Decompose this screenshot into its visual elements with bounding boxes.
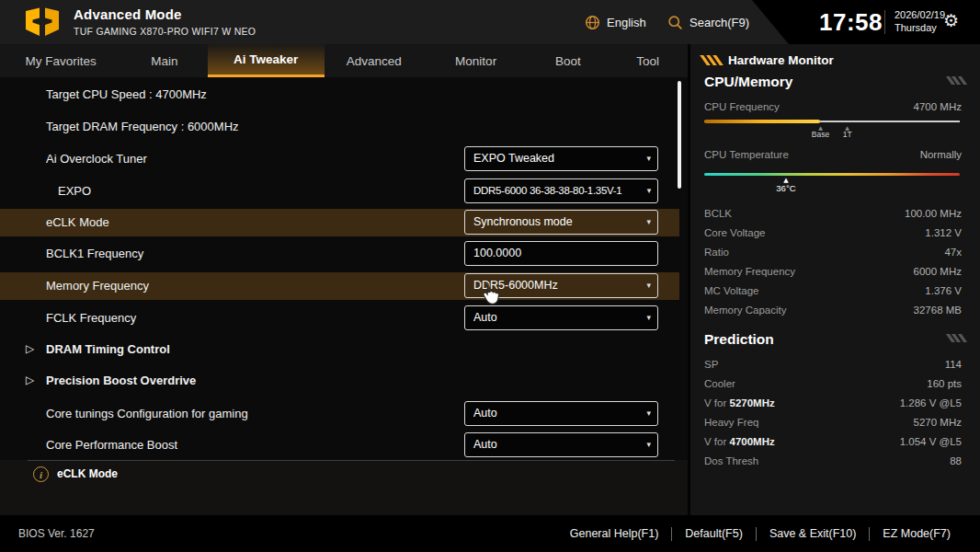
memory-frequency-row: Memory Frequency DDR5-6000MHz ▾ xyxy=(0,272,679,300)
dram-timing-control-label: DRAM Timing Control xyxy=(46,336,170,362)
gear-icon[interactable]: ⚙ xyxy=(943,10,959,30)
stat-label: Cooler xyxy=(704,378,735,389)
stat-row-memory-capacity: Memory Capacity 32768 MB xyxy=(704,305,962,323)
weekday-value: Thursday xyxy=(895,21,945,34)
hardware-monitor-panel: Hardware Monitor CPU/Memory CPU Frequenc… xyxy=(688,44,980,515)
stripes-icon xyxy=(949,76,964,85)
expand-arrow-icon: ▷ xyxy=(26,367,34,394)
expo-value: DDR5-6000 36-38-38-80-1.35V-1 xyxy=(473,185,621,196)
stat-label: Memory Capacity xyxy=(704,305,786,316)
chevron-down-icon: ▾ xyxy=(647,179,651,202)
cpu-memory-section-title: CPU/Memory xyxy=(704,74,792,90)
bclk1-frequency-value: 100.0000 xyxy=(473,247,521,259)
stat-label: V for 4700MHz xyxy=(704,436,775,447)
stat-value: 1.376 V xyxy=(925,285,962,296)
stat-value: 5270 MHz xyxy=(914,417,962,428)
ai-overclock-tuner-dropdown[interactable]: EXPO Tweaked ▾ xyxy=(464,146,658,171)
bclk1-frequency-input[interactable]: 100.0000 xyxy=(464,241,658,266)
stat-value: 6000 MHz xyxy=(914,266,962,277)
bios-version: BIOS Ver. 1627 xyxy=(18,527,95,540)
stat-row-heavy-freq: Heavy Freq 5270 MHz xyxy=(704,417,962,435)
chevron-down-icon: ▾ xyxy=(646,433,651,456)
stat-row-core-voltage: Core Voltage 1.312 V xyxy=(704,227,962,246)
stat-label: MC Voltage xyxy=(704,285,758,296)
cpu-temperature-row: CPU Temperature Normally xyxy=(704,149,962,167)
core-performance-boost-row: Core Performance Boost Auto ▾ xyxy=(0,431,679,458)
language-label: English xyxy=(607,16,646,29)
default-button[interactable]: Default(F5) xyxy=(672,527,756,540)
stat-value: 1.286 V @L5 xyxy=(900,397,962,408)
save-exit-button[interactable]: Save & Exit(F10) xyxy=(757,527,869,540)
date-value: 2026/02/19 xyxy=(895,8,945,21)
clock-date: 2026/02/19 Thursday xyxy=(895,8,945,34)
stat-row-v-for-4700: V for 4700MHz 1.054 V @L5 xyxy=(704,436,962,454)
precision-boost-overdrive-label: Precision Boost Overdrive xyxy=(46,367,196,394)
stat-value: 88 xyxy=(950,455,962,466)
precision-boost-overdrive-row[interactable]: ▷ Precision Boost Overdrive xyxy=(0,367,679,394)
cpu-frequency-gauge: ▲ Base ▲ 1T xyxy=(704,120,960,123)
expo-dropdown[interactable]: DDR5-6000 36-38-38-80-1.35V-1 ▾ xyxy=(464,178,658,203)
search-button[interactable]: Search(F9) xyxy=(667,0,749,44)
motherboard-model: TUF GAMING X870-PRO WIFI7 W NEO xyxy=(74,26,256,37)
settings-panel: Target CPU Speed : 4700MHz Target DRAM F… xyxy=(0,77,688,460)
info-icon: i xyxy=(33,466,49,482)
chevron-down-icon: ▾ xyxy=(646,274,651,297)
help-info-area: i eCLK Mode xyxy=(0,460,688,515)
marker-label: Base xyxy=(812,130,829,139)
cpu-frequency-value: 4700 MHz xyxy=(914,101,962,112)
core-performance-boost-dropdown[interactable]: Auto ▾ xyxy=(464,432,658,457)
stat-label: Memory Frequency xyxy=(704,266,795,277)
tab-boot[interactable]: Boot xyxy=(529,44,609,77)
target-dram-frequency-row: Target DRAM Frequency : 6000MHz xyxy=(0,113,679,140)
expo-label: EXPO xyxy=(58,178,91,204)
fclk-frequency-label: FCLK Frequency xyxy=(46,305,136,331)
tab-my-favorites[interactable]: My Favorites xyxy=(0,44,121,77)
eclk-mode-label: eCLK Mode xyxy=(46,209,109,236)
tab-ai-tweaker[interactable]: Ai Tweaker xyxy=(208,44,325,77)
language-selector[interactable]: English xyxy=(585,0,646,44)
stat-row-sp: SP 114 xyxy=(704,359,962,377)
core-tunings-dropdown[interactable]: Auto ▾ xyxy=(464,401,658,426)
expand-arrow-icon: ▷ xyxy=(26,336,34,362)
hardware-monitor-header: Hardware Monitor xyxy=(703,53,834,67)
stat-row-dos-thresh: Dos Thresh 88 xyxy=(704,455,962,474)
fclk-frequency-row: FCLK Frequency Auto ▾ xyxy=(0,305,679,331)
eclk-mode-dropdown[interactable]: Synchronous mode ▾ xyxy=(464,210,658,235)
menu-tabbar: My Favorites Main Ai Tweaker Advanced Mo… xyxy=(0,44,688,77)
stat-value: 47x xyxy=(944,247,962,258)
footer-actions: General Help(F1) Default(F5) Save & Exit… xyxy=(557,515,963,552)
target-dram-frequency-text: Target DRAM Frequency : 6000MHz xyxy=(46,113,239,140)
ez-mode-button[interactable]: EZ Mode(F7) xyxy=(870,527,963,540)
tab-advanced[interactable]: Advanced xyxy=(325,44,424,77)
temperature-marker: ▲ 36°C xyxy=(776,178,795,193)
stat-value: 1.054 V @L5 xyxy=(900,436,962,447)
stat-value: 160 pts xyxy=(927,378,962,389)
fclk-frequency-dropdown[interactable]: Auto ▾ xyxy=(464,305,658,330)
memory-frequency-dropdown[interactable]: DDR5-6000MHz ▾ xyxy=(464,273,658,298)
bclk1-frequency-row: BCLK1 Frequency 100.0000 xyxy=(0,240,679,267)
general-help-button[interactable]: General Help(F1) xyxy=(557,527,672,540)
gauge-marker-1t: ▲ 1T xyxy=(843,125,852,139)
marker-label: 1T xyxy=(843,130,852,139)
tab-main[interactable]: Main xyxy=(121,44,208,77)
search-label: Search(F9) xyxy=(689,16,749,29)
core-tunings-value: Auto xyxy=(473,407,497,420)
chevron-down-icon: ▾ xyxy=(646,211,651,234)
stat-label: V for 5270MHz xyxy=(704,397,775,408)
stat-label: BCLK xyxy=(704,208,732,219)
eclk-mode-value: Synchronous mode xyxy=(473,215,573,228)
scrollbar-thumb[interactable] xyxy=(678,81,681,189)
cpu-temperature-bar: ▲ 36°C xyxy=(704,173,960,176)
stat-row-ratio: Ratio 47x xyxy=(704,247,962,265)
fclk-frequency-value: Auto xyxy=(473,311,497,324)
dram-timing-control-row[interactable]: ▷ DRAM Timing Control xyxy=(0,336,679,362)
stat-row-v-for-5270: V for 5270MHz 1.286 V @L5 xyxy=(704,397,962,416)
hardware-monitor-title: Hardware Monitor xyxy=(728,53,834,67)
temperature-marker-label: 36°C xyxy=(776,183,795,193)
tab-monitor[interactable]: Monitor xyxy=(424,44,529,77)
ai-overclock-tuner-value: EXPO Tweaked xyxy=(473,152,554,165)
stat-label: Core Voltage xyxy=(704,227,766,238)
tab-tool[interactable]: Tool xyxy=(608,44,688,77)
target-cpu-speed-text: Target CPU Speed : 4700MHz xyxy=(46,81,207,108)
globe-icon xyxy=(585,15,600,30)
